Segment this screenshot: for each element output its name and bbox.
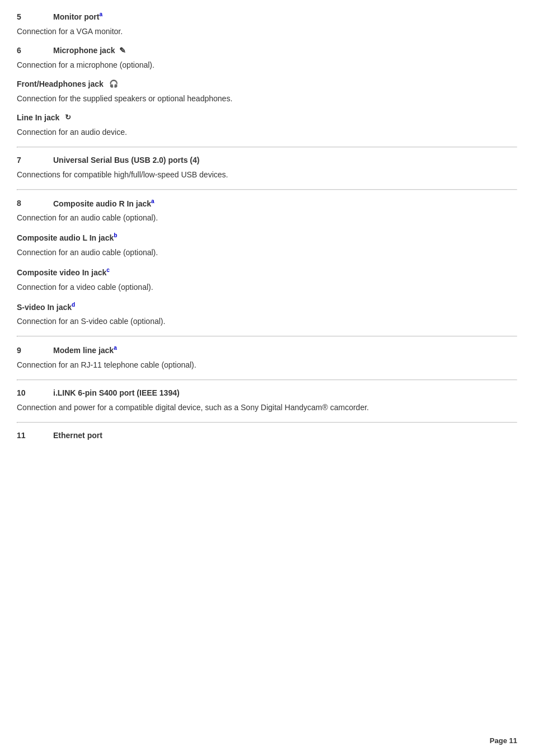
title-front-headphones-jack: Front/Headphones jack bbox=[17, 79, 104, 88]
section-line-in-jack: Line In jack ↻ Connection for an audio d… bbox=[17, 113, 517, 137]
section-ethernet-port: 11 Ethernet port bbox=[17, 431, 517, 440]
title-composite-audio-l: Composite audio L In jackb bbox=[17, 232, 117, 242]
desc-microphone-jack: Connection for a microphone (optional). bbox=[17, 60, 517, 69]
section-number-9: 9 bbox=[17, 346, 53, 355]
footnote-a-monitor: a bbox=[99, 11, 102, 17]
desc-monitor-port: Connection for a VGA monitor. bbox=[17, 27, 517, 36]
section-number-11: 11 bbox=[17, 431, 53, 440]
section-front-headphones-jack: Front/Headphones jack 🎧 Connection for t… bbox=[17, 79, 517, 103]
section-title-microphone-jack: Microphone jack ✎ bbox=[53, 46, 126, 55]
section-composite-video-in: Composite video In jackc Connection for … bbox=[17, 267, 517, 292]
desc-s-video-in: Connection for an S-video cable (optiona… bbox=[17, 317, 517, 326]
section-number-5: 5 bbox=[17, 12, 53, 21]
title-composite-video-in: Composite video In jackc bbox=[17, 267, 110, 277]
page-content: 5 Monitor porta Connection for a VGA mon… bbox=[17, 11, 517, 440]
desc-modem-line-jack: Connection for an RJ-11 telephone cable … bbox=[17, 360, 517, 369]
desc-usb-ports: Connections for compatible high/full/low… bbox=[17, 170, 517, 179]
section-title-composite-audio-r: Composite audio R In jacka bbox=[53, 198, 154, 208]
section-modem-line-jack: 9 Modem line jacka Connection for an RJ-… bbox=[17, 345, 517, 369]
footnote-a-modem: a bbox=[114, 345, 117, 351]
pencil-icon: ✎ bbox=[119, 46, 126, 55]
section-monitor-port: 5 Monitor porta Connection for a VGA mon… bbox=[17, 11, 517, 36]
title-s-video-in: S-video In jackd bbox=[17, 302, 75, 312]
desc-line-in-jack: Connection for an audio device. bbox=[17, 128, 517, 137]
section-title-usb-ports: Universal Serial Bus (USB 2.0) ports (4) bbox=[53, 156, 199, 165]
footnote-d-svideo: d bbox=[72, 302, 75, 308]
divider-3 bbox=[17, 336, 517, 337]
headphone-icon: 🎧 bbox=[109, 79, 118, 88]
section-number-10: 10 bbox=[17, 388, 53, 397]
section-ilink-port: 10 i.LINK 6-pin S400 port (IEEE 1394) Co… bbox=[17, 388, 517, 412]
title-line-in-jack: Line In jack bbox=[17, 113, 59, 122]
page-number: Page 11 bbox=[490, 736, 517, 745]
divider-1 bbox=[17, 147, 517, 148]
section-title-ilink-port: i.LINK 6-pin S400 port (IEEE 1394) bbox=[53, 388, 180, 397]
circle-arrow-icon: ↻ bbox=[65, 113, 71, 121]
section-usb-ports: 7 Universal Serial Bus (USB 2.0) ports (… bbox=[17, 156, 517, 179]
section-title-modem-line-jack: Modem line jacka bbox=[53, 345, 117, 355]
desc-composite-audio-r: Connection for an audio cable (optional)… bbox=[17, 213, 517, 222]
section-number-6: 6 bbox=[17, 46, 53, 55]
section-number-8: 8 bbox=[17, 199, 53, 208]
desc-composite-video-in: Connection for a video cable (optional). bbox=[17, 283, 517, 292]
divider-5 bbox=[17, 422, 517, 423]
desc-composite-audio-l: Connection for an audio cable (optional)… bbox=[17, 248, 517, 257]
divider-2 bbox=[17, 189, 517, 190]
desc-front-headphones-jack: Connection for the supplied speakers or … bbox=[17, 94, 517, 103]
section-composite-audio-l: Composite audio L In jackb Connection fo… bbox=[17, 232, 517, 257]
section-title-monitor-port: Monitor porta bbox=[53, 11, 102, 21]
desc-ilink-port: Connection and power for a compatible di… bbox=[17, 403, 517, 412]
section-s-video-in: S-video In jackd Connection for an S-vid… bbox=[17, 302, 517, 326]
section-composite-audio-r: 8 Composite audio R In jacka Connection … bbox=[17, 198, 517, 223]
section-microphone-jack: 6 Microphone jack ✎ Connection for a mic… bbox=[17, 46, 517, 69]
footnote-c-composite-video: c bbox=[106, 267, 110, 273]
footnote-b-composite-l: b bbox=[114, 232, 117, 238]
section-number-7: 7 bbox=[17, 156, 53, 165]
divider-4 bbox=[17, 379, 517, 381]
footnote-a-composite-r: a bbox=[151, 198, 154, 204]
section-title-ethernet-port: Ethernet port bbox=[53, 431, 102, 440]
